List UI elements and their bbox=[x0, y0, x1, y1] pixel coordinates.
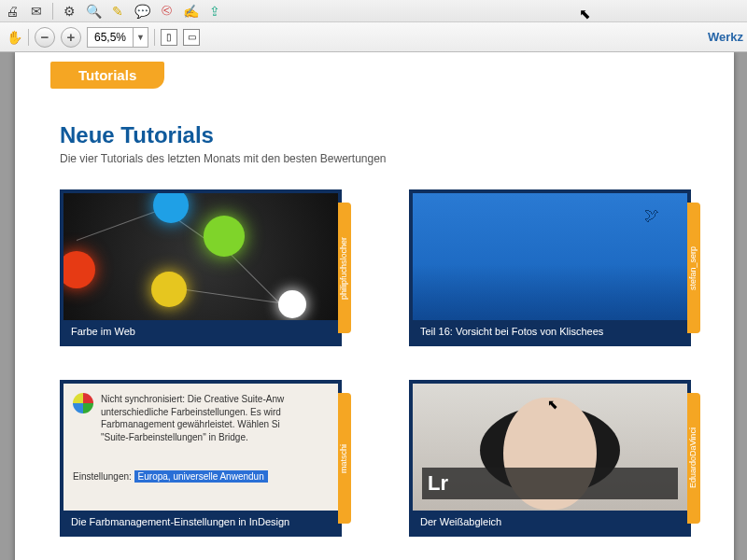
search-icon[interactable]: 🔍 bbox=[85, 3, 102, 20]
mouse-cursor: ⬉ bbox=[579, 6, 591, 22]
toolbar-icons: 🖨 ✉ ⚙ 🔍 ✎ 💬 ⧀ ✍ ⇪ bbox=[0, 0, 747, 22]
toolbar-zoom: ✋ − + ▼ ▯ ▭ Werkz bbox=[0, 22, 747, 52]
zoom-dropdown-icon[interactable]: ▼ bbox=[133, 28, 148, 47]
tutorial-grid: Farbe im Web philipfuchslocher 🕊 Teil 16… bbox=[15, 165, 734, 537]
gear-icon[interactable]: ⚙ bbox=[61, 3, 78, 20]
document-viewport: Tutorials Neue Tutorials Die vier Tutori… bbox=[0, 52, 747, 560]
hand-tool-icon[interactable]: ✋ bbox=[6, 29, 22, 46]
mail-icon[interactable]: ✉ bbox=[28, 3, 45, 20]
tutorial-title: Die Farbmanagement-Einstellungen in InDe… bbox=[63, 511, 338, 533]
author-badge: philipfuchslocher bbox=[338, 203, 351, 333]
section-tab-strip: Tutorials bbox=[15, 52, 734, 89]
share-icon[interactable]: ⇪ bbox=[206, 3, 223, 20]
zoom-in-button[interactable]: + bbox=[61, 27, 81, 48]
author-badge: EduardoDaVinci bbox=[687, 393, 700, 524]
signature-icon[interactable]: ✍ bbox=[182, 3, 199, 20]
lightroom-badge: Lr bbox=[428, 471, 448, 496]
tutorial-title: Der Weißabgleich bbox=[413, 511, 687, 533]
print-icon[interactable]: 🖨 bbox=[4, 3, 21, 20]
tutorial-card[interactable]: Nicht synchronisiert: Die Creative Suite… bbox=[60, 380, 342, 537]
author-badge: matschi bbox=[338, 393, 351, 524]
separator bbox=[154, 29, 155, 46]
fit-width-icon[interactable]: ▭ bbox=[183, 29, 200, 46]
tutorial-thumbnail: ⬉ Lr bbox=[413, 384, 687, 511]
mouse-cursor-icon: ⬉ bbox=[547, 397, 558, 412]
stop-icon[interactable]: ⧀ bbox=[158, 3, 175, 20]
tutorial-title: Farbe im Web bbox=[63, 320, 338, 343]
author-name: EduardoDaVinci bbox=[687, 393, 698, 524]
document-page: Tutorials Neue Tutorials Die vier Tutori… bbox=[15, 52, 734, 560]
page-subtitle: Die vier Tutorials des letzten Monats mi… bbox=[60, 152, 734, 165]
tutorial-thumbnail: 🕊 bbox=[413, 193, 687, 320]
zoom-input[interactable] bbox=[88, 31, 133, 44]
tutorial-card[interactable]: Farbe im Web philipfuchslocher bbox=[60, 189, 342, 346]
separator bbox=[28, 29, 29, 46]
tutorial-thumbnail bbox=[63, 193, 338, 320]
highlight-icon[interactable]: ✎ bbox=[109, 3, 126, 20]
tutorial-thumbnail: Nicht synchronisiert: Die Creative Suite… bbox=[63, 384, 338, 511]
tutorial-card[interactable]: 🕊 Teil 16: Vorsicht bei Fotos von Klisch… bbox=[409, 189, 691, 346]
zoom-field[interactable]: ▼ bbox=[87, 27, 148, 48]
author-name: matschi bbox=[338, 393, 349, 524]
bird-icon: 🕊 bbox=[644, 207, 659, 224]
separator bbox=[52, 3, 53, 20]
page-heading: Neue Tutorials Die vier Tutorials des le… bbox=[15, 89, 734, 165]
dialog-message: Nicht synchronisiert: Die Creative Suite… bbox=[101, 393, 329, 443]
comment-icon[interactable]: 💬 bbox=[134, 3, 150, 20]
tutorials-tab: Tutorials bbox=[50, 62, 164, 89]
author-badge: stefan_serp bbox=[687, 203, 700, 333]
author-name: philipfuchslocher bbox=[338, 203, 349, 333]
tutorial-card[interactable]: ⬉ Lr Der Weißabgleich EduardoDaVinci bbox=[409, 380, 691, 537]
tutorial-title: Teil 16: Vorsicht bei Fotos von Klischee… bbox=[413, 320, 687, 343]
color-wheel-icon bbox=[73, 393, 93, 413]
fit-page-icon[interactable]: ▯ bbox=[161, 29, 177, 46]
page-title: Neue Tutorials bbox=[60, 122, 734, 148]
tools-label[interactable]: Werkz bbox=[708, 30, 743, 44]
dialog-settings-row: Einstellungen: Europa, universelle Anwen… bbox=[73, 471, 329, 482]
zoom-out-button[interactable]: − bbox=[35, 27, 55, 48]
author-name: stefan_serp bbox=[687, 203, 698, 333]
